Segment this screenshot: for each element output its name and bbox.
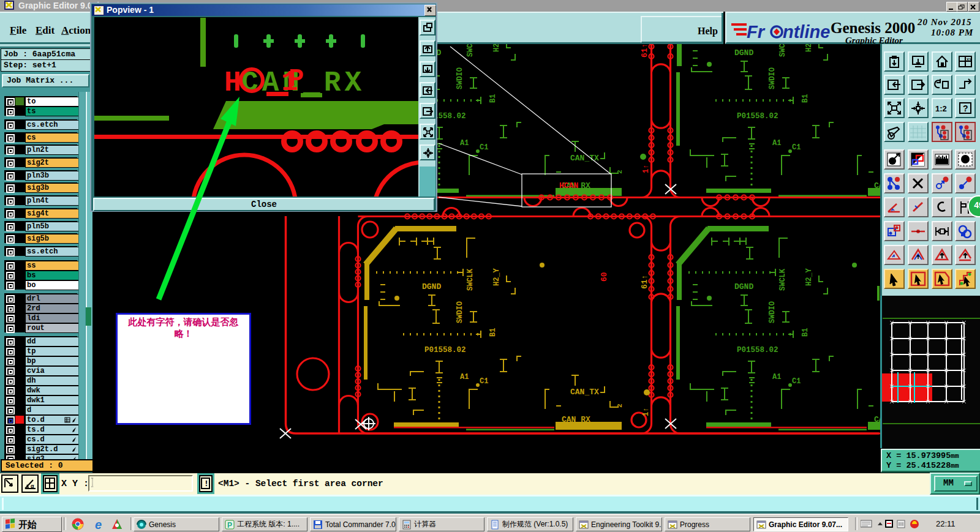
- svg-text:XY: XY: [967, 58, 971, 61]
- svg-text:1↑: 1↑: [642, 165, 650, 173]
- svg-text:61↑: 61↑: [640, 44, 649, 58]
- svg-text:1↑: 1↑: [642, 408, 650, 416]
- svg-text:H: H: [224, 67, 241, 99]
- svg-text:60: 60: [600, 272, 609, 282]
- svg-text:P: P: [288, 65, 304, 94]
- svg-text:!: !: [204, 479, 209, 489]
- svg-text:?: ?: [963, 103, 968, 113]
- svg-text:α: α: [31, 483, 34, 489]
- svg-text:Fr: Fr: [747, 22, 766, 42]
- svg-text:e: e: [95, 518, 102, 531]
- svg-text:ntline: ntline: [783, 22, 830, 42]
- svg-text:61↑: 61↑: [640, 275, 649, 289]
- svg-text:HCAN: HCAN: [559, 181, 578, 190]
- svg-text:P: P: [227, 521, 232, 530]
- svg-text:1:2: 1:2: [935, 104, 947, 113]
